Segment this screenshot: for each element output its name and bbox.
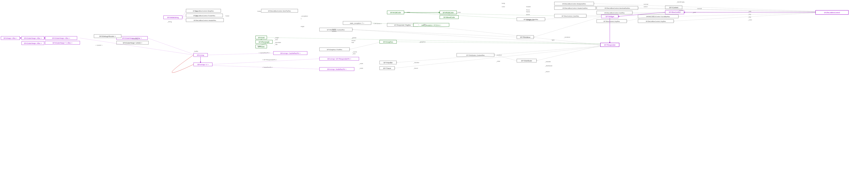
svg-text:_scroll: _scroll [678,9,683,11]
svg-text:SFAHeap< Alloc >: SFAHeap< Alloc > [3,37,17,39]
svg-text:SFZfwListBoxControl::HeaderSub: SFZfwListBoxControl::HeaderSubRec [562,7,588,9]
svg-text:footer: footer [257,45,261,47]
svg-text:< WChar >: < WChar > [132,38,140,39]
svg-text:_key: _key [748,16,751,18]
svg-text:_translate: _translate [274,42,281,43]
svg-text:_font: _font [352,53,356,55]
svg-text:_origin: _origin [274,37,279,38]
svg-text:_clip: _clip [274,44,278,45]
svg-line-182 [182,11,186,17]
svg-text:normal: normal [697,8,702,9]
svg-text:< CacheRecPtr >: < CacheRecPtr > [258,52,270,54]
svg-text:SFZfwListBoxControl: SFZfwListBoxControl [824,12,840,14]
svg-text:SFXGraphics: SFXGraphics [383,41,393,43]
svg-text:_child: _child [496,60,500,62]
svg-text:SFAOuterHeap< Alloc >: SFAOuterHeap< Alloc > [24,37,42,39]
svg-text:SFXOuterHeap< Alloc >: SFXOuterHeap< Alloc > [52,37,70,39]
svg-text:_renderer: _renderer [564,36,570,38]
svg-text:update: update [332,30,337,32]
svg-text:< NodeRecPtr >: < NodeRecPtr > [262,66,273,68]
svg-line-194 [80,38,193,55]
svg-text:real: real [351,42,354,43]
svg-text:SFZfwListBoxControl::BodySubRe: SFZfwListBoxControl::BodySubRec [562,3,586,5]
svg-text:_tracer: _tracer [545,71,550,73]
svg-text:SFYContext: SFYContext [669,7,678,8]
svg-text:SFYDistributer::ContextRec: SFYDistributer::ContextRec [466,54,485,56]
svg-text:_color: _color [457,11,461,13]
svg-text:render: render [332,28,336,30]
svg-text:body: body [502,2,505,4]
svg-text:normal: normal [644,3,648,5]
svg-text:SFAArray< CacheRecPtr >: SFAArray< CacheRecPtr > [280,52,301,54]
svg-text:_node: _node [359,63,363,64]
svg-line-197 [148,38,193,54]
svg-line-170 [536,46,600,61]
svg-line-175 [494,55,517,61]
svg-text:_distributer: _distributer [545,65,553,66]
svg-text:< UInt32 >: < UInt32 > [95,45,103,46]
svg-text:T: T [301,18,302,20]
svg-text:SFYResponder: SFYResponder [604,44,616,46]
svg-text:select: select [644,6,648,7]
svg-text:SFYTracer: SFYTracer [383,68,391,69]
svg-text:SFAArray< V >: SFAArray< V > [197,64,209,65]
svg-text:SFODebugAllocator >: SFODebugAllocator > [99,35,116,37]
svg-text:SFAOuterHeap< Alloc >: SFAOuterHeap< Alloc > [24,42,42,44]
svg-text:SFZfwListBoxControl::KeyRec: SFZfwListBoxControl::KeyRec [646,21,666,22]
svg-text:_key: _key [748,14,751,15]
svg-text:light: light [552,39,555,41]
svg-text:SFZfwListBoxControl::SortRec: SFZfwListBoxControl::SortRec [604,12,625,14]
svg-text:frame: frame [526,11,530,12]
svg-line-192 [261,44,266,45]
diagram-svg: SFZfwListBoxControl SFYBoxControl SFYCon… [0,0,868,189]
diagram-container: SFZfwListBoxControl SFYBoxControl SFYCon… [0,0,868,189]
svg-text:SFAArray: SFAArray [197,54,204,56]
svg-text:SFZfwListBoxControl::ItemParRe: SFZfwListBoxControl::ItemParRec [268,10,291,12]
svg-text:_buffer: _buffer [193,50,198,52]
svg-text:_itemEmpty: _itemEmpty [676,1,684,3]
svg-line-165 [674,13,815,21]
svg-text:SFZfwListBoxControl::ItemSubPa: SFZfwListBoxControl::ItemSubParRec [604,7,630,9]
svg-text:_cache: _cache [352,51,357,53]
svg-line-195 [267,37,600,44]
svg-text:_size: _size [274,39,278,40]
svg-text:< SFCError >: < SFCError > [373,23,382,25]
svg-line-177 [349,42,380,49]
svg-line-179 [208,53,273,55]
svg-text:_color: _color [748,19,752,21]
svg-text:_graphics: _graphics [419,41,426,43]
svg-line-183 [182,16,186,17]
svg-line-172 [395,47,600,68]
svg-line-164 [678,12,815,17]
svg-text:static_exception< T >: static_exception< T > [350,22,364,24]
svg-text:origin: origin [301,26,304,27]
svg-text:header: header [526,6,531,7]
svg-line-176 [352,30,517,37]
svg-text:footer: footer [225,15,229,17]
svg-text:_handler: _handler [545,61,551,62]
svg-text:SFXBevelColor: SFXBevelColor [443,17,455,18]
svg-text:SFXRGBColor: SFXRGBColor [443,12,454,14]
svg-text:_context: _context [496,54,502,56]
svg-text:SFXKGBColor: SFXKGBColor [390,12,401,14]
svg-text:_pub: _pub [748,10,751,12]
svg-text:focus: focus [526,9,530,11]
svg-text:SFYBoxControl::ColorRec: SFYBoxControl::ColorRec [562,15,579,17]
svg-text:_node: _node [359,68,363,69]
svg-text:text: text [195,10,198,12]
svg-text:SFXGrid: SFXGrid [258,37,265,38]
svg-text:_flag: _flag [423,24,426,25]
svg-text:_handler: _handler [413,62,419,63]
svg-text:SFZfwListBoxControl::HeaderRec: SFZfwListBoxControl::HeaderRec [193,20,216,21]
svg-text:SFXRectangle: SFXRectangle [258,41,270,43]
svg-text:SFAArray< NodeRecPtr >: SFAArray< NodeRecPtr > [327,68,346,70]
svg-text:SFYResponder::FlagRec: SFYResponder::FlagRec [394,24,411,26]
svg-line-189 [404,12,517,19]
svg-text:SFZfwListBoxControl::ScrollBar: SFZfwListBoxControl::ScrollBarRec [646,16,670,18]
svg-line-173 [418,25,600,45]
svg-text:SFYWidget: SFYWidget [606,16,614,18]
svg-line-196 [397,42,600,44]
svg-text:color: color [502,6,505,7]
svg-text:SFYBoxControl: SFYBoxControl [669,11,680,13]
svg-text:SFAArray< SFYResponderPtr >: SFAArray< SFYResponderPtr > [327,58,351,60]
